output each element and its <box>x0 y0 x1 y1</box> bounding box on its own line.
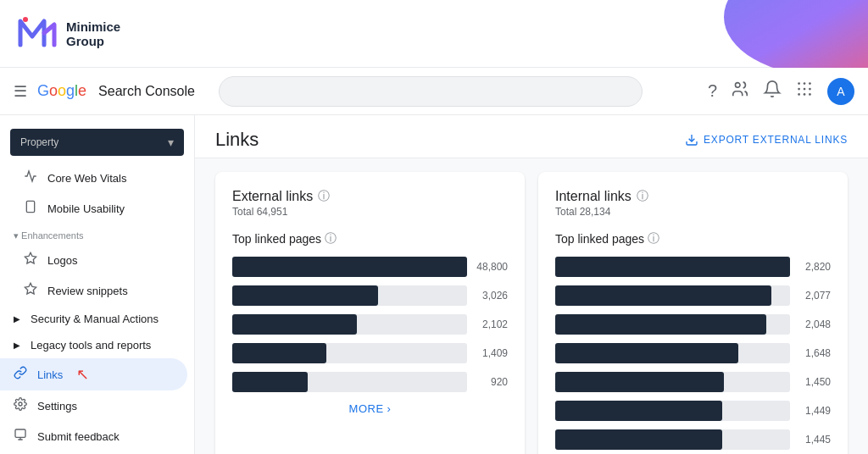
svg-point-11 <box>809 93 811 96</box>
external-bar-row-5: 920 <box>232 372 508 392</box>
sidebar-item-logos[interactable]: Logos <box>0 245 187 275</box>
external-bar-fill-1 <box>232 257 467 277</box>
external-bar-fill-2 <box>232 285 378 306</box>
sidebar-label-logos: Logos <box>47 254 77 267</box>
external-links-help-icon[interactable]: ⓘ <box>318 189 330 204</box>
sidebar-label-legacy: Legacy tools and reports <box>31 339 151 352</box>
internal-bar-row-7: 1,445 <box>555 429 831 450</box>
content-header: Links EXPORT EXTERNAL LINKS <box>195 115 868 158</box>
internal-bar-track-7 <box>555 429 790 450</box>
svg-point-8 <box>809 88 811 91</box>
external-bar-track-2 <box>232 285 467 306</box>
sidebar-item-links[interactable]: Links ↖ <box>0 358 187 390</box>
header-icons: ? A <box>708 78 854 105</box>
sidebar-item-mobile-usability[interactable]: Mobile Usability <box>0 193 187 224</box>
internal-bar-fill-5 <box>555 372 724 392</box>
internal-bar-fill-1 <box>555 257 790 277</box>
sidebar-item-review-snippets[interactable]: Review snippets <box>0 275 187 306</box>
external-bar-value-2: 3,026 <box>474 290 508 302</box>
hamburger-icon[interactable]: ☰ <box>14 82 27 101</box>
svg-rect-12 <box>26 201 34 212</box>
google-logo: Google <box>37 82 86 100</box>
sidebar-label-security: Security & Manual Actions <box>31 313 159 325</box>
expand-arrow-legacy: ▶ <box>14 340 20 350</box>
internal-bar-track-3 <box>555 314 790 335</box>
svg-point-5 <box>809 82 811 85</box>
sidebar-item-legacy-tools[interactable]: ▶ Legacy tools and reports <box>0 332 187 358</box>
decorative-blob <box>656 0 868 68</box>
manage-users-icon[interactable] <box>731 80 749 102</box>
external-bar-row-1: 48,800 <box>232 257 508 277</box>
internal-bar-row-6: 1,449 <box>555 401 831 421</box>
external-bar-row-2: 3,026 <box>232 285 508 306</box>
internal-bar-fill-6 <box>555 401 722 421</box>
avatar[interactable]: A <box>827 78 854 105</box>
export-external-links-button[interactable]: EXPORT EXTERNAL LINKS <box>685 133 848 147</box>
external-more-link[interactable]: MORE › <box>232 402 508 415</box>
internal-bar-fill-2 <box>555 285 771 306</box>
logos-icon <box>24 252 37 269</box>
search-input[interactable] <box>219 76 643 107</box>
external-bar-track-1 <box>232 257 467 277</box>
external-bar-track-5 <box>232 372 467 392</box>
mobile-icon <box>24 200 37 217</box>
internal-bar-fill-3 <box>555 314 766 335</box>
sidebar-item-settings[interactable]: Settings <box>0 390 187 421</box>
internal-links-total: Total 28,134 <box>555 206 831 218</box>
sidebar-item-submit-feedback[interactable]: Submit feedback <box>0 421 187 451</box>
main-layout: Property ▾ Core Web Vitals Mobile Usabil… <box>0 115 868 454</box>
svg-rect-17 <box>15 429 25 437</box>
sidebar: Property ▾ Core Web Vitals Mobile Usabil… <box>0 115 195 454</box>
sidebar-item-core-web-vitals[interactable]: Core Web Vitals <box>0 163 187 193</box>
internal-bar-track-4 <box>555 343 790 363</box>
feedback-icon <box>14 428 27 445</box>
internal-bar-value-1: 2,820 <box>797 261 831 273</box>
review-snippets-icon <box>24 282 37 299</box>
external-links-card: External links ⓘ Total 64,951 Top linked… <box>215 172 525 454</box>
svg-point-9 <box>798 93 800 96</box>
more-chevron-icon: › <box>387 402 392 415</box>
external-bar-fill-3 <box>232 314 357 335</box>
svg-point-7 <box>804 88 806 91</box>
internal-bar-value-3: 2,048 <box>797 318 831 330</box>
page-title: Links <box>215 129 259 151</box>
svg-point-4 <box>804 82 806 85</box>
expand-arrow-security: ▶ <box>14 314 20 324</box>
brand-name: Minimice Group <box>66 19 120 48</box>
internal-bar-value-2: 2,077 <box>797 290 831 302</box>
sidebar-item-security[interactable]: ▶ Security & Manual Actions <box>0 306 187 332</box>
internal-bar-row-3: 2,048 <box>555 314 831 335</box>
enhancements-section-label: ▾ Enhancements <box>0 224 194 245</box>
internal-top-linked-subtitle: Top linked pages ⓘ <box>555 231 831 246</box>
svg-point-16 <box>19 402 22 406</box>
external-bar-fill-4 <box>232 343 326 363</box>
property-selector[interactable]: Property ▾ <box>10 129 184 156</box>
internal-bar-fill-7 <box>555 429 722 450</box>
help-icon[interactable]: ? <box>708 81 717 101</box>
gsc-title: Search Console <box>98 84 195 99</box>
internal-bar-row-5: 1,450 <box>555 372 831 392</box>
internal-bar-value-5: 1,450 <box>797 376 831 388</box>
external-top-help-icon[interactable]: ⓘ <box>325 231 337 246</box>
internal-top-help-icon[interactable]: ⓘ <box>648 231 659 246</box>
links-icon <box>14 366 27 383</box>
internal-bar-value-4: 1,648 <box>797 347 831 359</box>
svg-point-2 <box>736 83 741 88</box>
core-web-vitals-icon <box>24 169 37 186</box>
internal-bars: 2,820 2,077 2,048 <box>555 257 831 450</box>
internal-bar-row-2: 2,077 <box>555 285 831 306</box>
external-bar-fill-5 <box>232 372 308 392</box>
internal-bar-track-1 <box>555 257 790 277</box>
svg-marker-14 <box>25 252 36 263</box>
sidebar-label-review-snippets: Review snippets <box>47 285 128 297</box>
external-bar-value-5: 920 <box>474 376 508 388</box>
apps-icon[interactable] <box>795 80 814 102</box>
notifications-icon[interactable] <box>763 80 782 102</box>
sidebar-label-mobile-usability: Mobile Usability <box>47 202 125 215</box>
internal-bar-track-5 <box>555 372 790 392</box>
external-links-title: External links ⓘ <box>232 189 508 204</box>
internal-links-help-icon[interactable]: ⓘ <box>637 189 648 204</box>
search-container <box>219 76 643 107</box>
svg-point-0 <box>23 17 28 22</box>
gsc-header: ☰ Google Search Console ? <box>0 68 868 115</box>
